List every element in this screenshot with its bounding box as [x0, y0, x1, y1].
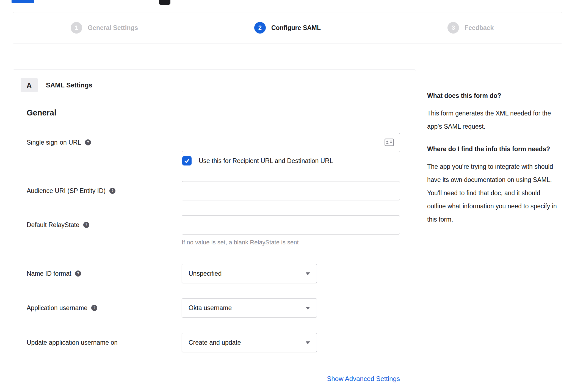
wizard-stepper: 1 General Settings 2 Configure SAML 3 Fe… [13, 12, 562, 43]
panel-title: SAML Settings [46, 78, 92, 92]
audience-uri-label-text: Audience URI (SP Entity ID) [27, 187, 106, 194]
cutoff-title-fragment [12, 0, 34, 3]
audience-uri-label: Audience URI (SP Entity ID)? [27, 181, 115, 200]
recipient-url-checkbox-label[interactable]: Use this for Recipient URL and Destinati… [199, 156, 333, 165]
step-configure-saml[interactable]: 2 Configure SAML [196, 12, 379, 43]
step-label: Configure SAML [271, 24, 321, 32]
help-icon[interactable]: ? [109, 188, 115, 194]
section-badge: A [21, 78, 38, 92]
check-icon [184, 158, 190, 164]
audience-uri-input[interactable] [182, 181, 400, 200]
step-feedback[interactable]: 3 Feedback [379, 12, 562, 43]
update-username-select[interactable]: Create and update [182, 333, 317, 352]
relay-state-label-text: Default RelayState [27, 221, 79, 228]
step-general-settings[interactable]: 1 General Settings [13, 12, 196, 43]
sso-url-label: Single sign-on URL? [27, 133, 91, 152]
application-username-value: Okta username [189, 304, 232, 311]
help-body-where: The app you're trying to integrate with … [427, 160, 557, 226]
step-label: General Settings [88, 24, 138, 32]
cutoff-icon-fragment [159, 0, 170, 5]
help-body-what: This form generates the XML needed for t… [427, 107, 557, 133]
name-id-format-label: Name ID format? [27, 264, 81, 283]
update-username-value: Create and update [189, 339, 241, 346]
help-heading-where: Where do I find the info this form needs… [427, 143, 554, 155]
sso-url-input[interactable] [182, 133, 400, 152]
help-icon[interactable]: ? [75, 270, 81, 277]
saml-settings-panel: A SAML Settings General Single sign-on U… [13, 70, 416, 392]
chevron-down-icon [306, 307, 310, 310]
application-username-select[interactable]: Okta username [182, 298, 317, 318]
sso-url-label-text: Single sign-on URL [27, 139, 81, 146]
step-number-badge: 1 [71, 22, 82, 34]
application-username-label: Application username? [27, 298, 97, 318]
update-username-label: Update application username on [27, 333, 118, 352]
chevron-down-icon [306, 272, 310, 275]
step-number-badge: 2 [254, 22, 266, 34]
name-id-format-select[interactable]: Unspecified [182, 264, 317, 283]
show-advanced-settings-link[interactable]: Show Advanced Settings [182, 374, 400, 384]
help-icon[interactable]: ? [85, 139, 91, 145]
general-section-heading: General [27, 108, 56, 118]
recipient-url-checkbox[interactable] [182, 156, 192, 165]
application-username-label-text: Application username [27, 304, 87, 311]
help-sidebar: What does this form do? This form genera… [427, 90, 568, 236]
chevron-down-icon [306, 341, 310, 344]
relay-state-input[interactable] [182, 215, 400, 234]
step-label: Feedback [465, 24, 494, 32]
name-id-format-value: Unspecified [189, 270, 222, 277]
help-icon[interactable]: ? [91, 305, 97, 311]
relay-state-hint: If no value is set, a blank RelayState i… [182, 238, 299, 247]
help-icon[interactable]: ? [83, 222, 89, 228]
name-id-format-label-text: Name ID format [27, 270, 71, 277]
configure-saml-page: 1 General Settings 2 Configure SAML 3 Fe… [0, 0, 575, 392]
relay-state-label: Default RelayState? [27, 215, 89, 234]
update-username-label-text: Update application username on [27, 339, 118, 346]
step-number-badge: 3 [447, 22, 459, 34]
help-heading-what: What does this form do? [427, 90, 568, 102]
